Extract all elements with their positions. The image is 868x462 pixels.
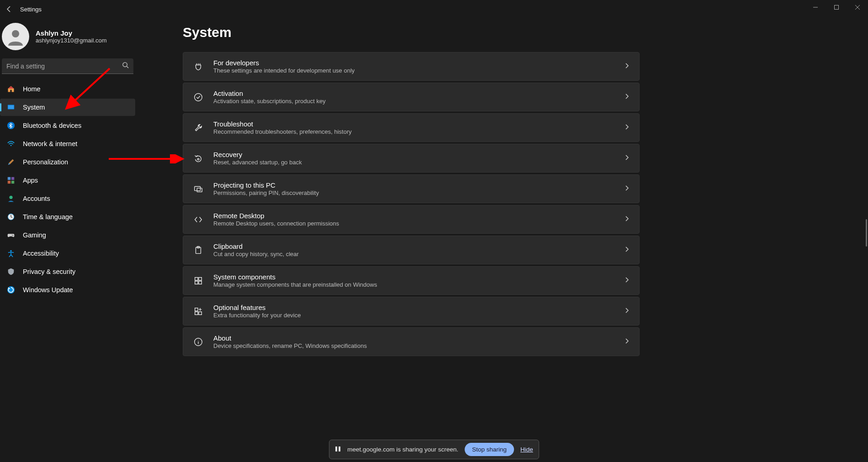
close-button[interactable] bbox=[847, 0, 868, 15]
sidebar-item-label: Personalization bbox=[23, 158, 68, 166]
hide-button[interactable]: Hide bbox=[520, 446, 533, 453]
stop-sharing-button[interactable]: Stop sharing bbox=[465, 443, 514, 456]
svg-rect-4 bbox=[8, 105, 14, 109]
sidebar-item-apps[interactable]: Apps bbox=[0, 172, 135, 189]
search-box[interactable] bbox=[2, 58, 133, 74]
scrollbar-thumb[interactable] bbox=[866, 219, 867, 247]
chevron-right-icon bbox=[624, 154, 630, 163]
card-activation[interactable]: Activation Activation state, subscriptio… bbox=[183, 83, 640, 111]
sidebar-item-time[interactable]: Time & language bbox=[0, 208, 135, 226]
card-remote-desktop[interactable]: Remote Desktop Remote Desktop users, con… bbox=[183, 205, 640, 234]
paintbrush-icon bbox=[6, 158, 16, 167]
svg-point-2 bbox=[123, 63, 127, 67]
sidebar-item-privacy[interactable]: Privacy & security bbox=[0, 263, 135, 280]
sidebar-item-label: System bbox=[23, 104, 45, 111]
card-title: Activation bbox=[213, 89, 624, 97]
minimize-button[interactable] bbox=[805, 0, 826, 15]
sidebar-item-update[interactable]: Windows Update bbox=[0, 281, 135, 299]
svg-rect-24 bbox=[195, 277, 198, 280]
pause-icon[interactable] bbox=[335, 446, 341, 453]
settings-cards: For developers These settings are intend… bbox=[183, 52, 640, 356]
card-subtitle: Extra functionality for your device bbox=[213, 312, 624, 319]
svg-rect-26 bbox=[195, 281, 198, 284]
svg-point-1 bbox=[12, 30, 19, 37]
accessibility-icon bbox=[6, 249, 16, 258]
card-title: Projecting to this PC bbox=[213, 181, 624, 189]
update-icon bbox=[6, 285, 16, 294]
card-subtitle: Reset, advanced startup, go back bbox=[213, 159, 624, 166]
card-projecting[interactable]: Projecting to this PC Permissions, pairi… bbox=[183, 174, 640, 203]
user-name: Ashlyn Joy bbox=[36, 29, 107, 37]
chevron-right-icon bbox=[624, 338, 630, 346]
svg-rect-20 bbox=[195, 186, 201, 190]
svg-rect-30 bbox=[199, 311, 201, 314]
user-email: ashlynjoy1310@gmail.com bbox=[36, 37, 107, 44]
sidebar-item-label: Windows Update bbox=[23, 286, 73, 294]
shield-icon bbox=[6, 267, 16, 276]
sidebar-item-bluetooth[interactable]: Bluetooth & devices bbox=[0, 117, 135, 134]
card-system-components[interactable]: System components Manage system componen… bbox=[183, 266, 640, 295]
sidebar-item-label: Accounts bbox=[23, 195, 50, 202]
projecting-icon bbox=[192, 183, 204, 195]
maximize-icon bbox=[834, 5, 839, 10]
sidebar-item-label: Accessibility bbox=[23, 250, 59, 257]
card-subtitle: Manage system components that are preins… bbox=[213, 281, 624, 288]
sidebar-item-system[interactable]: System bbox=[0, 99, 135, 116]
card-title: Troubleshoot bbox=[213, 120, 624, 128]
svg-point-14 bbox=[12, 235, 13, 236]
sidebar-item-gaming[interactable]: Gaming bbox=[0, 226, 135, 244]
window-controls bbox=[805, 0, 868, 15]
back-button[interactable] bbox=[4, 4, 15, 15]
sidebar-item-personalization[interactable]: Personalization bbox=[0, 153, 135, 171]
person-icon bbox=[6, 27, 25, 46]
svg-rect-0 bbox=[835, 5, 839, 10]
svg-rect-34 bbox=[335, 446, 337, 452]
sidebar: Ashlyn Joy ashlynjoy1310@gmail.com Home … bbox=[0, 18, 137, 462]
sidebar-item-network[interactable]: Network & internet bbox=[0, 135, 135, 152]
wifi-icon bbox=[6, 139, 16, 148]
user-block[interactable]: Ashlyn Joy ashlynjoy1310@gmail.com bbox=[0, 23, 135, 58]
card-subtitle: Cut and copy history, sync, clear bbox=[213, 251, 624, 257]
clipboard-icon bbox=[192, 244, 204, 256]
main-content: System For developers These settings are… bbox=[137, 18, 868, 462]
search-input[interactable] bbox=[6, 63, 122, 70]
chevron-right-icon bbox=[624, 63, 630, 71]
card-clipboard[interactable]: Clipboard Cut and copy history, sync, cl… bbox=[183, 236, 640, 264]
card-subtitle: Activation state, subscriptions, product… bbox=[213, 98, 624, 105]
card-about[interactable]: About Device specifications, rename PC, … bbox=[183, 327, 640, 356]
clock-icon bbox=[6, 212, 16, 221]
card-troubleshoot[interactable]: Troubleshoot Recommended troubleshooters… bbox=[183, 113, 640, 142]
svg-rect-28 bbox=[195, 308, 198, 310]
card-title: Remote Desktop bbox=[213, 212, 624, 220]
svg-point-5 bbox=[7, 122, 15, 129]
recovery-icon bbox=[192, 152, 204, 164]
maximize-button[interactable] bbox=[826, 0, 847, 15]
card-title: Clipboard bbox=[213, 242, 624, 250]
screen-share-bar: meet.google.com is sharing your screen. … bbox=[329, 440, 539, 459]
card-for-developers[interactable]: For developers These settings are intend… bbox=[183, 52, 640, 81]
card-title: Recovery bbox=[213, 151, 624, 158]
sidebar-item-home[interactable]: Home bbox=[0, 80, 135, 98]
svg-rect-10 bbox=[11, 181, 14, 184]
page-title: System bbox=[183, 25, 850, 40]
card-recovery[interactable]: Recovery Reset, advanced startup, go bac… bbox=[183, 144, 640, 173]
card-subtitle: Permissions, pairing PIN, discoverabilit… bbox=[213, 189, 624, 196]
card-optional-features[interactable]: Optional features Extra functionality fo… bbox=[183, 297, 640, 326]
share-message: meet.google.com is sharing your screen. bbox=[347, 446, 458, 453]
chevron-right-icon bbox=[624, 307, 630, 315]
person-icon bbox=[6, 194, 16, 203]
card-subtitle: Remote Desktop users, connection permiss… bbox=[213, 220, 624, 227]
card-title: For developers bbox=[213, 59, 624, 67]
card-subtitle: Recommended troubleshooters, preferences… bbox=[213, 128, 624, 135]
svg-point-15 bbox=[13, 235, 14, 236]
sidebar-item-accounts[interactable]: Accounts bbox=[0, 190, 135, 207]
svg-rect-35 bbox=[339, 446, 340, 452]
svg-rect-21 bbox=[197, 188, 202, 192]
sidebar-item-label: Bluetooth & devices bbox=[23, 122, 81, 129]
sidebar-item-accessibility[interactable]: Accessibility bbox=[0, 245, 135, 262]
svg-point-6 bbox=[11, 145, 12, 146]
minimize-icon bbox=[813, 5, 818, 10]
apps-icon bbox=[6, 176, 16, 185]
sidebar-item-label: Network & internet bbox=[23, 140, 77, 147]
chevron-right-icon bbox=[624, 124, 630, 132]
